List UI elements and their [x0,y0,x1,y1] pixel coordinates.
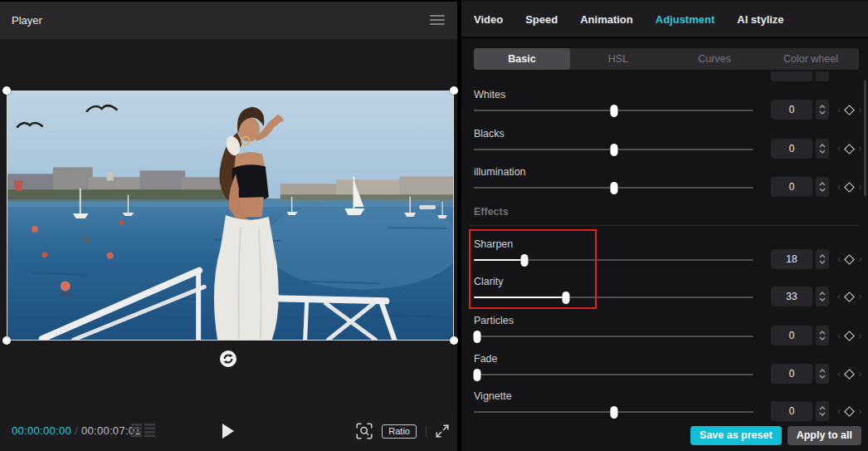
player-controls: 00:00:00:00/00:00:07:01 Ratio [0,411,457,451]
keyframe-icon[interactable] [844,182,855,193]
whites-value-input[interactable]: 0 [771,100,812,120]
tab-adjustment[interactable]: Adjustment [656,13,715,26]
clarity-slider[interactable] [474,297,753,298]
slider-handle[interactable] [563,292,570,304]
selection-handle-top-left[interactable] [2,86,11,95]
timecode-display: 00:00:00:00/00:00:07:01 [12,411,141,451]
adjust-row-clarity: Clarity 33 ‹› [469,276,864,311]
next-keyframe-icon[interactable]: › [856,177,863,197]
slider-handle[interactable] [520,254,528,267]
value-stepper[interactable] [816,177,829,197]
subtab-hsl[interactable]: HSL [570,48,666,70]
preview-quality-icon[interactable] [131,423,156,438]
slider-handle[interactable] [474,369,481,381]
clipped-stepper [816,71,829,81]
vignette-slider[interactable] [474,411,753,413]
keyframe-icon[interactable] [844,144,855,154]
value-stepper[interactable] [816,364,829,384]
value-stepper[interactable] [816,401,829,421]
selection-handle-top-right[interactable] [450,86,458,95]
subtab-curves[interactable]: Curves [666,48,763,70]
video-preview[interactable] [7,91,454,341]
sharpen-value-input[interactable]: 18 [771,249,812,269]
slider-handle[interactable] [474,331,481,343]
play-button[interactable] [222,424,234,439]
sharpen-slider[interactable] [474,259,753,261]
slider-label: Blacks [474,128,505,140]
selection-handle-bottom-left[interactable] [2,336,11,345]
next-keyframe-icon[interactable]: › [856,249,863,269]
particles-value-input[interactable]: 0 [771,326,812,346]
subtab-color-wheel[interactable]: Color wheel [763,48,859,70]
prev-keyframe-icon[interactable]: ‹ [836,326,842,346]
subtab-basic[interactable]: Basic [474,48,570,70]
panel-footer: Save as preset Apply to all [690,426,861,445]
value-stepper[interactable] [816,326,829,346]
preview-zoom-icon[interactable] [356,423,373,439]
slider-label: Sharpen [474,238,513,250]
adjust-row-sharpen: Sharpen 18 ‹› [469,238,864,273]
player-menu-icon[interactable] [430,15,445,26]
prev-keyframe-icon[interactable]: ‹ [836,287,842,306]
clarity-value-input[interactable]: 33 [771,287,812,306]
controls-divider [426,426,427,437]
value-stepper[interactable] [816,287,829,306]
keyframe-icon[interactable] [844,292,855,302]
slider-label: illumination [474,166,526,178]
adjust-row-whites: Whites 0 ‹› [469,89,864,124]
slider-fill [474,259,524,261]
whites-slider[interactable] [474,110,753,111]
slider-handle[interactable] [610,406,617,419]
next-keyframe-icon[interactable]: › [856,100,863,120]
next-keyframe-icon[interactable]: › [856,326,863,346]
next-keyframe-icon[interactable]: › [856,364,863,384]
tab-speed[interactable]: Speed [525,13,558,26]
adjust-row-fade: Fade 0 ‹› [469,353,864,388]
illumination-value-input[interactable]: 0 [771,177,812,197]
adjust-row-illumination: illumination 0 ‹› [469,166,864,201]
save-as-preset-button[interactable]: Save as preset [690,426,782,445]
blacks-value-input[interactable]: 0 [771,139,812,159]
prev-keyframe-icon[interactable]: ‹ [836,139,842,159]
keyframe-icon[interactable] [844,369,855,380]
next-keyframe-icon[interactable]: › [856,287,863,306]
keyframe-icon[interactable] [844,406,855,417]
next-keyframe-icon[interactable]: › [856,401,863,421]
ratio-button[interactable]: Ratio [382,424,417,439]
value-stepper[interactable] [816,139,829,159]
next-keyframe-icon[interactable]: › [856,139,863,159]
fullscreen-icon[interactable] [436,424,449,438]
apply-to-all-button[interactable]: Apply to all [788,426,861,445]
slider-handle[interactable] [610,182,617,194]
tab-animation[interactable]: Animation [580,13,633,26]
keyframe-icon[interactable] [844,105,855,115]
adjust-row-particles: Particles 0 ‹› [469,315,864,350]
slider-handle[interactable] [610,105,617,117]
subtab-bar: Basic HSL Curves Color wheel [474,48,859,70]
slider-label: Clarity [474,276,503,287]
particles-slider[interactable] [474,336,753,337]
prev-keyframe-icon[interactable]: ‹ [836,177,842,197]
keyframe-icon[interactable] [844,254,855,265]
time-separator: / [75,424,78,437]
prev-keyframe-icon[interactable]: ‹ [836,249,842,269]
fade-slider[interactable] [474,374,753,375]
fade-value-input[interactable]: 0 [771,364,812,384]
current-time: 00:00:00:00 [12,424,71,437]
tab-ai-stylize[interactable]: AI stylize [737,13,783,26]
blacks-slider[interactable] [474,149,753,150]
illumination-slider[interactable] [474,187,753,189]
selection-handle-bottom-right[interactable] [450,336,458,345]
value-stepper[interactable] [816,249,829,269]
slider-handle[interactable] [610,144,617,156]
slider-label: Whites [474,89,505,100]
prev-keyframe-icon[interactable]: ‹ [836,364,842,384]
app-window: Player [0,0,868,451]
prev-keyframe-icon[interactable]: ‹ [836,100,842,120]
vignette-value-input[interactable]: 0 [771,401,812,421]
value-stepper[interactable] [816,100,829,120]
keyframe-icon[interactable] [844,331,855,341]
tab-video[interactable]: Video [474,13,503,26]
prev-keyframe-icon[interactable]: ‹ [836,401,842,421]
rotate-handle-icon[interactable] [219,350,237,368]
